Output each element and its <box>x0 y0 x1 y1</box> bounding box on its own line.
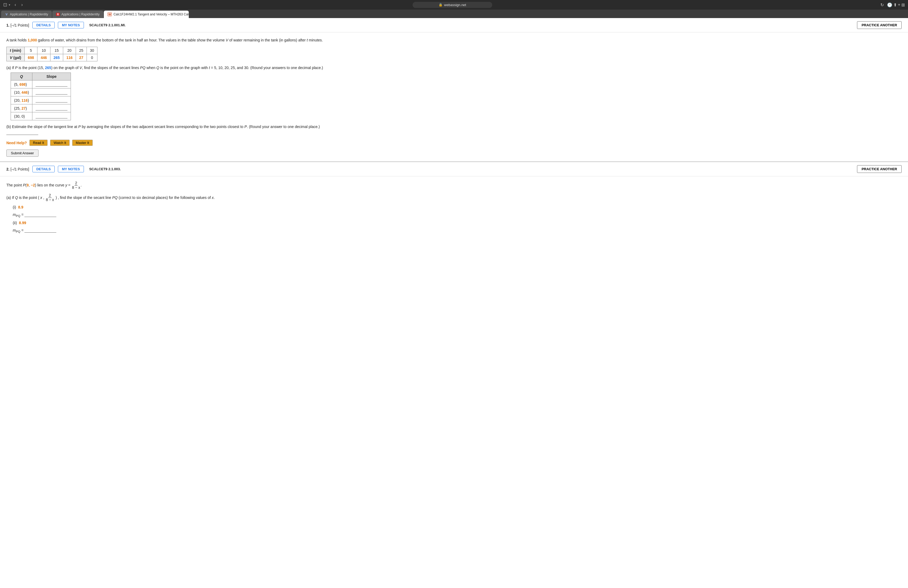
q2-details-button[interactable]: DETAILS <box>32 166 55 172</box>
need-help-label: Need Help? <box>6 141 27 145</box>
q2-ii-answer: mPQ = <box>13 227 902 233</box>
q1-submit-area: Submit Answer <box>6 150 902 157</box>
browser-action-icons: ↻ 🕐 ⬆ + ⊞ <box>881 2 905 7</box>
table-cell-v30: 0 <box>87 54 97 61</box>
q2-ii-sub: PQ <box>16 230 21 233</box>
need-help-section: Need Help? Read It Watch It Master It <box>6 140 902 146</box>
slope-row-3: (20, 116) <box>11 97 71 105</box>
slope-input-cell-4[interactable] <box>32 105 71 112</box>
q1-body: A tank holds 1,000 gallons of water, whi… <box>0 32 908 161</box>
q2-ii-input[interactable] <box>24 228 56 233</box>
q1-header: 1. [–/1 Points] DETAILS MY NOTES SCALCET… <box>0 18 908 32</box>
q1-partb-text: (b) Estimate the slope of the tangent li… <box>6 124 902 129</box>
q2-parta-x: x <box>40 195 42 200</box>
highlight-1000: 1,000 <box>27 38 37 42</box>
tab1-label: Applications | Rapididentity <box>10 13 48 16</box>
slope-row-2: (10, 446) <box>11 89 71 97</box>
q2-ii-var: m <box>13 228 16 232</box>
reload-icon[interactable]: ↻ <box>881 2 884 7</box>
slope-q3: (20, 116) <box>11 97 32 105</box>
q1-data-table: t (min) 5 10 15 20 25 30 V (gal) 698 446… <box>6 47 97 61</box>
sidebar-toggle-icon[interactable]: ⊡ <box>3 2 7 8</box>
slope-input-cell-5[interactable] <box>32 112 71 120</box>
table-cell-t25: 25 <box>76 47 87 54</box>
slope-input-cell-2[interactable] <box>32 89 71 97</box>
q2-problem-text: The point P(9, −2) lies on the curve y =… <box>6 181 902 190</box>
tab1-favicon: V <box>5 13 8 16</box>
q1-practice-button[interactable]: PRACTICE ANOTHER <box>857 21 902 29</box>
slope-row-4: (25, 27) <box>11 105 71 112</box>
tab2-label: Applications | Rapididentity <box>61 13 100 16</box>
master-it-button[interactable]: Master It <box>72 140 93 146</box>
table-cell-v20: 116 <box>63 54 76 61</box>
q2-i-input[interactable] <box>24 213 56 217</box>
table-cell-v25: 27 <box>76 54 87 61</box>
table-cell-t5: 5 <box>24 47 37 54</box>
q1-partb: (b) Estimate the slope of the tangent li… <box>6 124 902 135</box>
q2-parta-open-paren: ( <box>38 195 39 200</box>
q2-ii: (ii) 8.99 mPQ = <box>13 221 902 233</box>
q2-parta-fraction-numer: 2 <box>48 193 52 198</box>
q1-submit-button[interactable]: Submit Answer <box>6 150 39 157</box>
forward-button[interactable]: › <box>19 2 24 8</box>
extensions-icon[interactable]: ⊞ <box>902 2 905 7</box>
read-it-button[interactable]: Read It <box>29 140 48 146</box>
url-display[interactable]: 🔒 webassign.net <box>412 2 492 8</box>
browser-tabs: V Applications | Rapididentity R Applica… <box>0 10 908 18</box>
q2-practice-button[interactable]: PRACTICE ANOTHER <box>857 165 902 173</box>
tab-2[interactable]: R Applications | Rapididentity <box>52 11 103 18</box>
new-tab-icon[interactable]: + <box>898 2 900 7</box>
clock-icon[interactable]: 🕐 <box>887 2 892 7</box>
table-header-v: V (gal) <box>6 54 25 61</box>
q1-slope-table: Q Slope (5, 698) (10, 446) (20, 116) (25… <box>11 72 71 120</box>
q1-partb-input[interactable] <box>6 130 38 135</box>
chevron-down-icon[interactable]: ▾ <box>9 3 10 6</box>
table-cell-t15: 15 <box>50 47 63 54</box>
watch-it-button[interactable]: Watch It <box>50 140 69 146</box>
slope-q1: (5, 698) <box>11 81 32 89</box>
slope-input-4[interactable] <box>35 106 68 111</box>
q2-header: 2. [–/1 Points] DETAILS MY NOTES SCALCET… <box>0 161 908 176</box>
slope-input-3[interactable] <box>35 98 68 103</box>
q2-mynotes-button[interactable]: MY NOTES <box>58 166 84 172</box>
tab3-label: Calc1F24HW2.1 Tangent and Velocity – MTH… <box>113 13 189 16</box>
browser-topbar: ⊡ ▾ ‹ › 🔒 webassign.net ↻ 🕐 ⬆ + ⊞ <box>0 0 908 10</box>
q1-details-button[interactable]: DETAILS <box>32 22 55 28</box>
slope-col-q: Q <box>11 73 32 81</box>
slope-input-1[interactable] <box>35 82 68 87</box>
slope-input-2[interactable] <box>35 90 68 95</box>
q2-i-var: m <box>13 213 16 217</box>
slope-input-cell-3[interactable] <box>32 97 71 105</box>
q1-number: 1. [–/1 Points] <box>6 23 29 27</box>
q2-i: (i) 8.9 mPQ = <box>13 205 902 217</box>
slope-q2: (10, 446) <box>11 89 32 97</box>
q1-problem-text: A tank holds 1,000 gallons of water, whi… <box>6 37 902 43</box>
page-content: 1. [–/1 Points] DETAILS MY NOTES SCALCET… <box>0 18 908 242</box>
q1-parta: (a) If P is the point (15, 265) on the g… <box>6 66 902 120</box>
q2-fraction: 2 8 − x <box>71 181 81 190</box>
share-icon[interactable]: ⬆ <box>894 2 897 7</box>
q2-ii-label: (ii) 8.99 <box>13 221 902 225</box>
address-bar[interactable]: 🔒 webassign.net <box>27 2 878 8</box>
slope-q4: (25, 27) <box>11 105 32 112</box>
q2-i-answer: mPQ = <box>13 211 902 217</box>
tab3-favicon: W <box>108 13 112 16</box>
slope-input-5[interactable] <box>35 114 68 118</box>
q2-i-sub: PQ <box>16 214 21 217</box>
tab-3[interactable]: W Calc1F24HW2.1 Tangent and Velocity – M… <box>104 11 189 18</box>
tab-1[interactable]: V Applications | Rapididentity <box>1 11 52 18</box>
slope-input-cell-1[interactable] <box>32 81 71 89</box>
table-cell-v15: 265 <box>50 54 63 61</box>
q1-mynotes-button[interactable]: MY NOTES <box>58 22 84 28</box>
window-controls: ⊡ ▾ <box>3 2 10 8</box>
fraction-denom: 8 − x <box>71 186 81 190</box>
q2-parta: (a) If Q is the point ( x, 2 8 − x ), fi… <box>6 193 902 233</box>
slope-q5: (30, 0) <box>11 112 32 120</box>
table-cell-t30: 30 <box>87 47 97 54</box>
slope-row-1: (5, 698) <box>11 81 71 89</box>
table-cell-t10: 10 <box>37 47 50 54</box>
back-button[interactable]: ‹ <box>13 2 18 8</box>
url-text: webassign.net <box>444 3 466 7</box>
q2-parta-close-paren: ) <box>55 195 57 200</box>
fraction-numer: 2 <box>75 181 78 185</box>
